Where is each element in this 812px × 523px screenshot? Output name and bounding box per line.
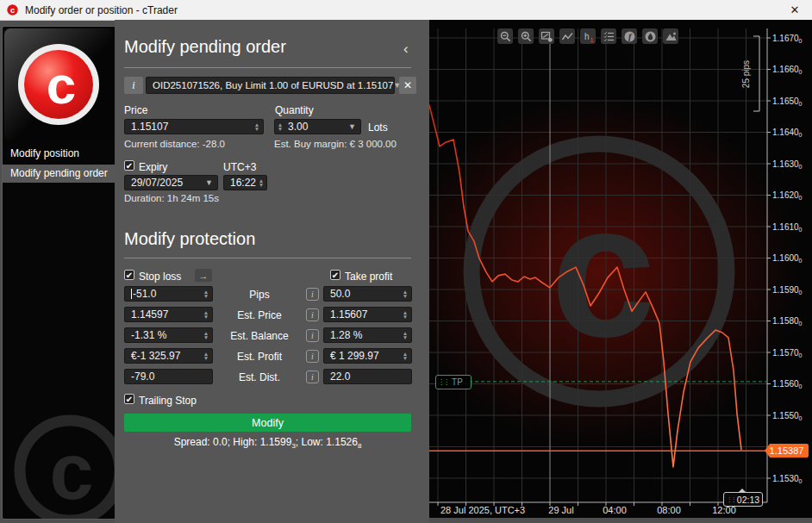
time-stepper[interactable]: ▲▼	[256, 176, 266, 190]
stepper-arrows[interactable]: ▲▼	[399, 349, 411, 363]
take-profit-label: Take profit	[345, 271, 392, 283]
line-chart-type-button[interactable]	[559, 28, 575, 44]
stepper-arrows[interactable]: ▲▼	[200, 328, 212, 342]
stop-loss-price-field[interactable]: 1.14597 ▲▼	[124, 307, 213, 322]
expiry-time-field[interactable]: 16:22 ▲▼	[223, 175, 267, 190]
quantity-label: Quantity	[275, 104, 314, 116]
info-icon[interactable]: i	[306, 350, 319, 363]
stepper-arrows[interactable]: ▲▼	[200, 308, 212, 321]
collapse-panel-icon[interactable]: ‹	[403, 40, 409, 58]
svg-text:1.16000: 1.16000	[772, 253, 803, 264]
row-label: Est. Price	[218, 309, 301, 321]
svg-text:28 Jul 2025, UTC+3: 28 Jul 2025, UTC+3	[440, 505, 525, 515]
take-profit-profit-field[interactable]: € 1 299.97 ▲▼	[323, 348, 412, 364]
stepper-arrows[interactable]: ▲▼	[399, 328, 411, 342]
chevron-down-icon: ▼	[348, 122, 360, 131]
take-profit-distance-field[interactable]: 22.0	[323, 369, 412, 384]
svg-text:1.15700: 1.15700	[772, 348, 803, 358]
svg-text:1.16100: 1.16100	[772, 222, 803, 233]
app-logo-icon: c	[6, 3, 19, 16]
background-paint-button[interactable]	[642, 28, 658, 44]
stop-loss-pips-field[interactable]: -51.0 ▲▼	[124, 286, 213, 302]
chart-settings-button[interactable]	[539, 28, 554, 44]
title-bar: c Modify order or position - cTrader ✕	[0, 0, 812, 21]
lots-unit-label: Lots	[368, 121, 388, 134]
take-profit-chart-badge[interactable]: ⋮⋮ TP	[435, 375, 472, 389]
svg-text:c: c	[10, 6, 15, 15]
divider	[124, 258, 411, 258]
info-icon[interactable]: i	[306, 308, 319, 321]
divider	[124, 67, 411, 68]
stepper-arrows[interactable]: ▲▼	[399, 308, 411, 321]
expiry-date-field[interactable]: 29/07/2025 ▼	[124, 175, 218, 190]
row-label: Pips	[218, 289, 301, 301]
zoom-in-button[interactable]	[518, 28, 534, 44]
est-margin-text: Est. Buy margin: € 3 000.00	[274, 139, 397, 149]
quantity-field[interactable]: ▲▼ 3.00 ▼	[274, 119, 361, 134]
stepper-arrows[interactable]: ▲▼	[200, 349, 212, 363]
take-profit-pips-field[interactable]: 50.0 ▲▼	[323, 286, 412, 302]
svg-text:c: c	[49, 427, 93, 515]
sidebar-item-modify-position[interactable]: Modify position	[3, 145, 116, 163]
expiry-checkbox[interactable]: ✔	[124, 160, 134, 171]
info-icon[interactable]: i	[306, 329, 319, 342]
svg-text:c: c	[551, 165, 656, 377]
svg-text:08:00: 08:00	[657, 505, 681, 515]
sidebar-item-modify-pending-order[interactable]: Modify pending order	[3, 165, 116, 183]
svg-text:1.16300: 1.16300	[772, 159, 803, 170]
current-distance-text: Current distance: -28.0	[124, 139, 225, 149]
price-chart-canvas[interactable]: c1.167001.166001.165001.164001.163001.16…	[429, 24, 812, 518]
order-select[interactable]: OID251071526, Buy Limit 1.00 of EURUSD a…	[146, 77, 395, 94]
svg-text:1.15900: 1.15900	[772, 285, 803, 296]
window-title: Modify order or position - cTrader	[25, 4, 178, 16]
current-price-tag: 1.15387	[765, 444, 809, 458]
stop-loss-checkbox[interactable]: ✔	[124, 270, 134, 280]
panel-title: Modify pending order	[124, 37, 286, 57]
sidebar: c Modify position Modify pending order c	[2, 26, 116, 520]
stop-loss-label: Stop loss	[139, 271, 181, 283]
stop-loss-distance-field[interactable]: -79.0	[124, 369, 213, 384]
svg-text:25 pips: 25 pips	[741, 60, 751, 88]
quantity-stepper[interactable]: ▲▼	[275, 120, 285, 134]
copy-to-take-profit-button[interactable]: →	[195, 269, 212, 282]
ctrader-modify-window: { "window": { "title": "Modify order or …	[0, 0, 812, 523]
stepper-arrows[interactable]: ▲▼	[399, 287, 411, 301]
chart-toolbar: h 1 f	[497, 28, 678, 44]
trailing-stop-label: Trailing Stop	[139, 395, 197, 407]
trailing-stop-checkbox[interactable]: ✔	[124, 394, 134, 404]
take-profit-price-field[interactable]: 1.15607 ▲▼	[323, 307, 412, 322]
chevron-down-icon: ▼	[205, 178, 217, 187]
stop-loss-profit-field[interactable]: €-1 325.97 ▲▼	[124, 348, 213, 364]
take-profit-balance-field[interactable]: 1.28 % ▲▼	[323, 327, 412, 343]
svg-text:1.15600: 1.15600	[772, 379, 803, 389]
deselect-order-button[interactable]: ✕	[399, 77, 416, 94]
take-profit-checkbox[interactable]: ✔	[330, 270, 340, 280]
price-stepper[interactable]: ▲▼	[251, 120, 263, 134]
indicators-button[interactable]: f	[621, 28, 637, 44]
timeframe-h1-button[interactable]: h 1	[580, 28, 596, 44]
close-window-button[interactable]: ✕	[778, 1, 812, 20]
row-label: Est. Dist.	[218, 371, 301, 383]
modify-button[interactable]: Modify	[124, 414, 411, 432]
timezone-label: UTC+3	[223, 161, 256, 173]
stop-loss-balance-field[interactable]: -1.31 % ▲▼	[124, 327, 213, 343]
svg-text:1.15800: 1.15800	[772, 316, 803, 327]
duration-text: Duration: 1h 24m 15s	[124, 193, 219, 203]
svg-text:29 Jul: 29 Jul	[548, 505, 573, 515]
svg-text:1.16400: 1.16400	[772, 128, 803, 138]
objects-list-button[interactable]	[601, 28, 616, 44]
price-chart-area[interactable]: c1.167001.166001.165001.164001.163001.16…	[429, 20, 812, 518]
drag-grip-icon: ⋮⋮	[438, 379, 448, 386]
stepper-arrows[interactable]: ▲▼	[200, 287, 212, 301]
svg-text:1.15300: 1.15300	[772, 474, 803, 484]
snapshot-button[interactable]	[663, 28, 678, 44]
zoom-out-button[interactable]	[497, 28, 513, 44]
info-icon[interactable]: i	[306, 370, 319, 383]
notch-pointer	[738, 489, 746, 493]
sidebar-watermark-logo: c	[3, 406, 116, 520]
price-field[interactable]: 1.15107 ▲▼	[124, 119, 264, 134]
svg-text:04:00: 04:00	[603, 505, 627, 515]
order-info-icon[interactable]: i	[124, 77, 143, 94]
info-icon[interactable]: i	[306, 288, 319, 301]
modify-order-panel: Modify pending order ‹ i OID251071526, B…	[115, 20, 429, 523]
